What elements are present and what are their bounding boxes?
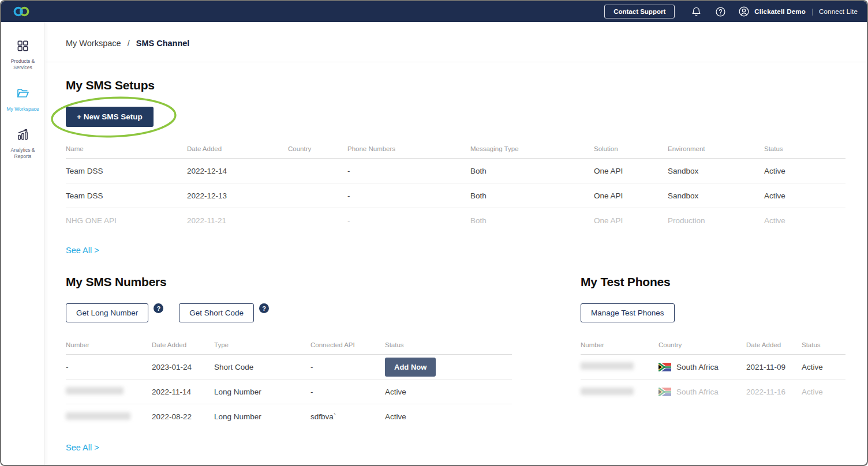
cell-date-added: 2021-11-09 [746, 363, 802, 371]
cell-phone-numbers: - [347, 216, 470, 225]
test-phones-table: Number Country Date Added Status [581, 336, 845, 404]
cell-type: Short Code [214, 363, 310, 371]
column-header: Country [288, 145, 347, 152]
product-name: Connect Lite [819, 8, 858, 15]
sidebar-item-label: Products & Services [5, 58, 42, 71]
breadcrumb-parent[interactable]: My Workspace [66, 39, 121, 48]
cell-environment: Production [668, 216, 764, 225]
column-header: Environment [668, 145, 764, 152]
cell-status: Active [802, 388, 845, 396]
column-header: Messaging Type [470, 145, 594, 152]
breadcrumb: My Workspace / SMS Channel [66, 39, 189, 48]
column-header: Number [66, 341, 152, 348]
table-row[interactable]: - 2023-01-24 Short Code - Add Now [66, 355, 512, 379]
sms-setups-title: My SMS Setups [66, 78, 845, 92]
redacted-number [66, 412, 130, 420]
sidebar-item-my-workspace[interactable]: My Workspace [5, 87, 42, 112]
column-header: Status [764, 145, 845, 152]
cell-status: Active [385, 388, 512, 396]
table-row[interactable]: Team DSS 2022-12-14 - Both One API Sandb… [66, 159, 845, 183]
south-africa-flag-icon [659, 363, 671, 371]
new-sms-setup-button[interactable]: + New SMS Setup [66, 107, 154, 127]
cell-connected-api: - [310, 388, 385, 396]
user-name[interactable]: Clickatell Demo [754, 8, 806, 15]
cell-name: Team DSS [66, 191, 187, 200]
cell-status: Active [764, 191, 845, 200]
cell-date-added: 2022-11-21 [187, 216, 288, 225]
sms-setups-table: Name Date Added Country Phone Numbers Me… [66, 140, 845, 233]
sms-numbers-table: Number Date Added Type Connected API Sta… [66, 336, 512, 429]
manage-test-phones-button[interactable]: Manage Test Phones [581, 303, 675, 322]
column-header: Number [581, 341, 659, 348]
bell-icon[interactable] [691, 6, 702, 17]
long-number-help-icon[interactable]: ? [154, 303, 163, 313]
cell-solution: One API [594, 167, 668, 175]
clickatell-logo [12, 5, 32, 18]
user-icon[interactable] [738, 6, 750, 17]
column-header: Type [214, 341, 310, 348]
table-row[interactable]: 2022-08-22 Long Number sdfbva` Active [66, 404, 512, 429]
south-africa-flag-icon [659, 388, 671, 396]
cell-solution: One API [594, 191, 668, 200]
table-row[interactable]: Team DSS 2022-12-13 - Both One API Sandb… [66, 183, 845, 208]
cell-name: NHG ONE API [66, 216, 187, 225]
cell-date-added: 2022-12-13 [187, 191, 288, 200]
column-header: Status [802, 341, 845, 348]
topbar: Contact Support [1, 1, 867, 22]
table-row[interactable]: South Africa 2021-11-09 Active [581, 355, 845, 379]
cell-date-added: 2022-12-14 [187, 167, 288, 175]
sidebar-item-label: Analytics & Reports [5, 147, 42, 160]
column-header: Country [659, 341, 746, 348]
grid-icon [16, 39, 29, 55]
redacted-number [66, 387, 124, 394]
breadcrumb-current: SMS Channel [136, 39, 190, 48]
cell-status: Active [802, 363, 845, 371]
see-all-numbers-link[interactable]: See All > [66, 443, 99, 452]
cell-type: Long Number [214, 388, 310, 396]
see-all-setups-link[interactable]: See All > [66, 246, 99, 255]
cell-connected-api: sdfbva` [310, 412, 385, 421]
column-header: Phone Numbers [347, 145, 470, 152]
sidebar-item-label: My Workspace [6, 106, 39, 112]
cell-environment: Sandbox [668, 191, 764, 200]
sidebar: Products & Services My Workspace [1, 22, 45, 466]
topbar-divider: | [811, 7, 813, 16]
sidebar-item-products-services[interactable]: Products & Services [5, 39, 42, 71]
cell-messaging-type: Both [470, 216, 594, 225]
short-code-help-icon[interactable]: ? [259, 303, 269, 313]
cell-messaging-type: Both [470, 167, 594, 175]
contact-support-button[interactable]: Contact Support [604, 5, 675, 18]
cell-phone-numbers: - [347, 167, 470, 175]
table-header-row: Number Country Date Added Status [581, 336, 845, 355]
breadcrumb-separator: / [128, 39, 130, 48]
table-row[interactable]: 2022-11-14 Long Number - Active [66, 379, 512, 404]
get-short-code-button[interactable]: Get Short Code [179, 303, 254, 322]
cell-solution: One API [594, 216, 668, 225]
cell-status: Active [385, 412, 512, 421]
column-header: Date Added [152, 341, 214, 348]
folder-icon [16, 87, 30, 103]
cell-date-added: 2022-08-22 [152, 412, 214, 421]
sms-numbers-section: My SMS Numbers Get Long Number ? Get Sho… [66, 275, 512, 453]
cell-date-added: 2022-11-14 [152, 388, 214, 396]
cell-date-added: 2023-01-24 [152, 363, 214, 371]
breadcrumb-bar: My Workspace / SMS Channel [45, 22, 867, 62]
help-icon[interactable] [715, 6, 726, 17]
add-now-button[interactable]: Add Now [385, 358, 436, 377]
table-row[interactable]: NHG ONE API 2022-11-21 - Both One API Pr… [66, 208, 845, 233]
column-header: Date Added [746, 341, 802, 348]
table-header-row: Name Date Added Country Phone Numbers Me… [66, 140, 845, 159]
test-phones-title: My Test Phones [581, 275, 845, 289]
get-long-number-button[interactable]: Get Long Number [66, 303, 148, 322]
cell-phone-numbers: - [347, 191, 470, 200]
redacted-number [581, 362, 634, 370]
cell-date-added: 2022-11-16 [746, 388, 802, 396]
sidebar-item-analytics-reports[interactable]: Analytics & Reports [5, 128, 42, 160]
table-row[interactable]: South Africa 2022-11-16 Active [581, 379, 845, 404]
cell-messaging-type: Both [470, 191, 594, 200]
cell-status: Active [764, 216, 845, 225]
column-header: Date Added [187, 145, 288, 152]
cell-type: Long Number [214, 412, 310, 421]
table-header-row: Number Date Added Type Connected API Sta… [66, 336, 512, 355]
cell-environment: Sandbox [668, 167, 764, 175]
